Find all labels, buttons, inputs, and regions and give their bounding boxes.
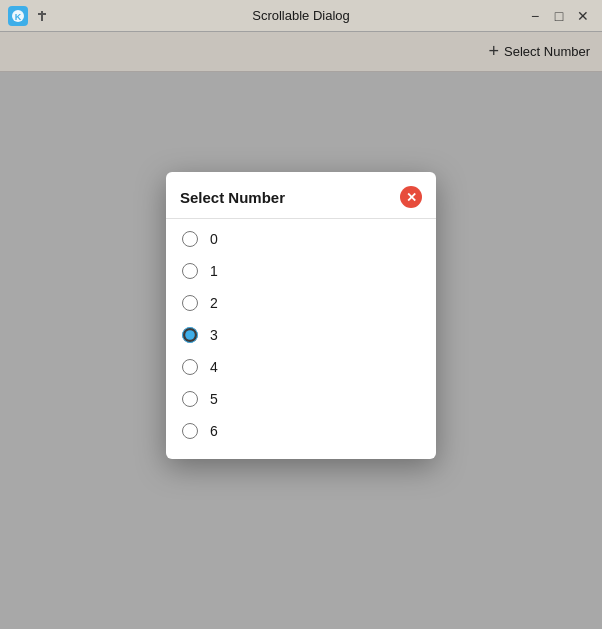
toolbar-action-label: Select Number (504, 44, 590, 59)
radio-option-3[interactable] (182, 327, 198, 343)
list-item[interactable]: 4 (166, 351, 436, 383)
radio-option-5[interactable] (182, 391, 198, 407)
close-window-button[interactable]: ✕ (572, 5, 594, 27)
titlebar-left: K (8, 6, 50, 26)
radio-label: 6 (210, 423, 218, 439)
radio-option-4[interactable] (182, 359, 198, 375)
radio-list-container: 0123456 (166, 219, 436, 459)
radio-option-0[interactable] (182, 231, 198, 247)
list-item[interactable]: 2 (166, 287, 436, 319)
radio-option-1[interactable] (182, 263, 198, 279)
list-item[interactable]: 1 (166, 255, 436, 287)
radio-label: 1 (210, 263, 218, 279)
list-item[interactable]: 0 (166, 223, 436, 255)
toolbar-select-number-action[interactable]: + Select Number (489, 41, 591, 62)
radio-label: 4 (210, 359, 218, 375)
maximize-button[interactable]: □ (548, 5, 570, 27)
kde-logo-icon: K (8, 6, 28, 26)
radio-label: 3 (210, 327, 218, 343)
radio-label: 0 (210, 231, 218, 247)
dialog-title: Select Number (180, 189, 285, 206)
add-icon: + (489, 41, 500, 62)
select-number-dialog: Select Number ✕ 0123456 (166, 172, 436, 459)
minimize-button[interactable]: − (524, 5, 546, 27)
svg-text:K: K (15, 12, 22, 22)
list-item[interactable]: 3 (166, 319, 436, 351)
radio-label: 2 (210, 295, 218, 311)
radio-label: 5 (210, 391, 218, 407)
radio-option-2[interactable] (182, 295, 198, 311)
main-content: Select Number ✕ 0123456 (0, 72, 602, 629)
radio-option-6[interactable] (182, 423, 198, 439)
pin-icon (34, 8, 50, 24)
toolbar: + Select Number (0, 32, 602, 72)
radio-list[interactable]: 0123456 (166, 219, 436, 459)
list-item[interactable]: 6 (166, 415, 436, 447)
dialog-close-icon: ✕ (406, 191, 417, 204)
titlebar: K Scrollable Dialog − □ ✕ (0, 0, 602, 32)
dialog-close-button[interactable]: ✕ (400, 186, 422, 208)
list-item[interactable]: 5 (166, 383, 436, 415)
titlebar-controls: − □ ✕ (524, 5, 594, 27)
dialog-header: Select Number ✕ (166, 172, 436, 219)
titlebar-title: Scrollable Dialog (252, 8, 350, 23)
